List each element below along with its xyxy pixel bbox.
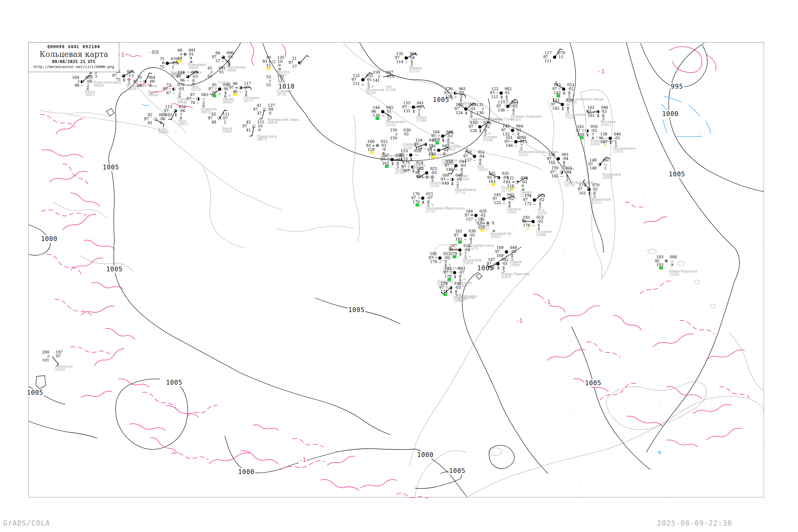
humidity: 97 <box>543 55 548 59</box>
dewpoint: 96 <box>180 79 185 82</box>
weather-symbol: — <box>604 136 608 140</box>
precip-marker <box>435 141 439 145</box>
humidity: 96 <box>521 220 527 223</box>
temperature: 153 <box>401 149 408 153</box>
temperature: 184 <box>466 210 473 213</box>
dewpoint: 126 <box>445 95 453 99</box>
pressure-tendency: 02 <box>417 105 422 109</box>
temperature: 152 <box>446 160 453 163</box>
temperature: 137 <box>498 100 505 104</box>
temperature: 16 <box>266 56 271 59</box>
cloud-cover-symbol: ● <box>473 154 476 158</box>
precip-marker <box>267 67 270 70</box>
temperature: 126 <box>445 87 453 91</box>
bulletin-header: QHHH98 UAOL 092100 <box>29 44 119 49</box>
weather-symbol: ≡ <box>372 144 375 147</box>
station-name: Елабуга31733 <box>501 186 515 193</box>
past-weather-symbol: ∼ <box>405 60 407 64</box>
pressure: 048 <box>510 246 517 249</box>
temperature: 135 <box>396 52 403 56</box>
pressure: 051 <box>478 151 485 154</box>
pressure-tendency: -03 <box>460 164 466 167</box>
dewpoint: 111 <box>353 82 360 86</box>
pressure: 042 <box>442 145 449 148</box>
pressure-tendency: -03 <box>521 180 527 184</box>
extra-value-1: 8 <box>443 152 445 156</box>
past-weather-symbol: ⋈ <box>122 78 126 82</box>
temperature: 160 <box>442 174 449 177</box>
humidity: 96 <box>599 136 604 140</box>
past-weather-symbol: ⋈ <box>500 96 503 99</box>
temperature: 49 <box>177 49 182 52</box>
temperature: 185 <box>430 252 437 255</box>
weather-symbol: ∼∼ <box>432 256 437 260</box>
extra-value-2: 6 <box>517 136 519 139</box>
temperature: 75 <box>159 57 165 61</box>
cloud-cover-symbol: ◑ <box>585 129 589 133</box>
station-name: Урюпино30781 <box>277 90 292 96</box>
dewpoint: 150 <box>390 136 397 140</box>
render-timestamp: 2025-08-09-22:30 <box>657 519 732 527</box>
past-weather-symbol: ∼ <box>514 144 517 148</box>
pressure: 053 <box>567 83 574 87</box>
pressure: 115 <box>257 120 264 124</box>
precip-marker <box>448 278 451 281</box>
temperature: 148 <box>589 158 597 162</box>
pressure-tendency: -08 <box>149 80 155 83</box>
pressure-tendency: 05 <box>367 78 372 81</box>
temperature: 164 <box>72 76 79 79</box>
pressure-tendency: 06 <box>224 87 228 91</box>
pressure: 041 <box>417 101 424 105</box>
contour-value-label: -1 <box>544 299 551 305</box>
temperature: 161 <box>506 136 513 139</box>
precip-marker <box>178 60 182 63</box>
isobar-label: 995 <box>670 83 684 90</box>
weather-symbol: // <box>48 355 50 358</box>
past-weather-symbol: ∼ <box>464 238 467 241</box>
weather-symbol: ▽ <box>445 286 448 289</box>
cloud-cover-symbol: ● <box>390 157 394 162</box>
pressure-tendency: 03 <box>602 110 607 113</box>
cloud-cover-symbol: ◕ <box>221 55 225 59</box>
temperature: 159 <box>373 71 380 74</box>
station-name: Приаргунск30975 <box>257 135 277 141</box>
pressure-tendency: -02 <box>510 250 517 253</box>
temperature: 161 <box>577 125 584 129</box>
cloud-cover-symbol: ◐ <box>172 87 176 91</box>
weather-symbol: — <box>527 220 530 223</box>
humidity: 97 <box>164 109 169 113</box>
dewpoint: 41 <box>246 129 251 132</box>
dewpoint: 167 <box>403 169 410 173</box>
station-name: Акса30957 <box>178 119 188 126</box>
pressure: 028 <box>414 149 421 153</box>
temperature: 130 <box>456 103 463 107</box>
extra-value-1: 0 <box>160 121 162 125</box>
humidity: 97 <box>411 196 416 200</box>
extra-value-1: 1 <box>604 167 607 170</box>
pressure-tendency: — <box>670 259 674 263</box>
past-weather-symbol: ∼ <box>173 92 175 95</box>
pressure: 055 <box>366 74 374 77</box>
humidity: 97 <box>431 134 436 138</box>
pressure: 061 <box>562 153 569 156</box>
pressure: 029 <box>479 210 487 213</box>
precip-marker <box>659 267 663 269</box>
weather-symbol: ▽ <box>450 271 452 274</box>
pressure-tendency: -03 <box>431 171 437 174</box>
humidity: 97 <box>144 117 149 121</box>
weather-symbol: ≡ <box>268 60 271 63</box>
cloud-cover-symbol: ● <box>454 163 458 168</box>
weather-symbol: // <box>77 80 79 83</box>
humidity: 97 <box>551 103 556 106</box>
pressure-tendency: -04 <box>562 157 568 160</box>
pressure-tendency: -01 <box>502 262 508 265</box>
pressure-tendency: -05 <box>171 61 177 65</box>
dewpoint: 149 <box>442 182 449 185</box>
pressure: 117 <box>244 82 251 86</box>
dewpoint: 61 <box>208 75 212 78</box>
weather-symbol: M <box>471 214 473 217</box>
pressure: 111 <box>223 113 230 116</box>
humidity: 97 <box>352 78 356 81</box>
pressure-tendency: -01 <box>469 233 475 237</box>
pressure-tendency: -02 <box>484 125 490 129</box>
